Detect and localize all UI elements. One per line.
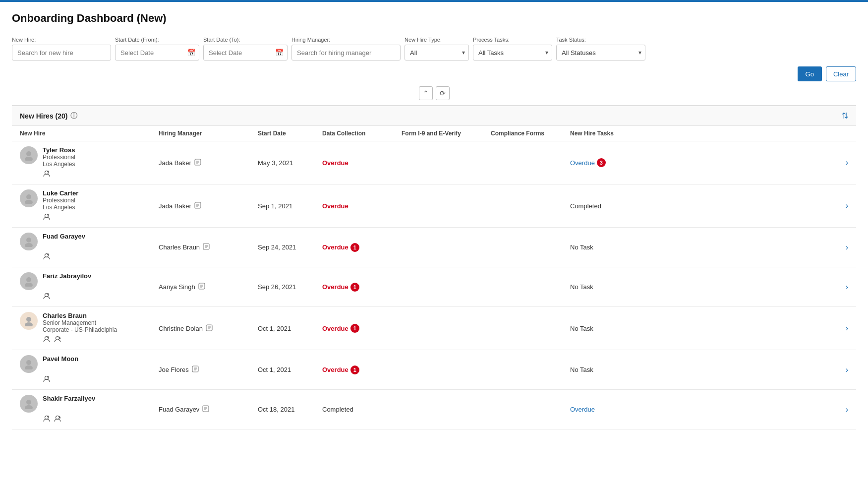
svg-point-9 (26, 194, 31, 199)
data-collection-cell: Overdue1 (322, 365, 402, 374)
employee-info: Pavel Moon (43, 355, 78, 363)
manager-icon[interactable] (194, 202, 201, 210)
col-tasks: New Hire Tasks (570, 130, 834, 137)
col-new-hire: New Hire (20, 130, 159, 137)
table-row: Pavel MoonJoe FloresOct 1, 2021Overdue1N… (12, 350, 856, 390)
employee-icons (20, 415, 159, 424)
manager-icon[interactable] (194, 159, 201, 167)
manager-name: Charles Braun (159, 243, 200, 251)
svg-point-0 (26, 151, 31, 156)
tasks-no-task: No Task (570, 366, 593, 373)
chevron-cell[interactable]: › (834, 243, 848, 252)
manager-cell: Fuad Garayev (159, 405, 258, 414)
hire-icon[interactable] (43, 335, 51, 345)
start-date-cell: May 3, 2021 (258, 159, 322, 167)
chevron-right-icon[interactable]: › (846, 243, 848, 252)
chevron-cell[interactable]: › (834, 324, 848, 333)
process-tasks-select[interactable]: All Tasks Incomplete Complete (473, 45, 552, 61)
hire-icon[interactable] (43, 252, 51, 262)
manager-icon[interactable] (206, 324, 213, 333)
overdue-badge: 1 (350, 283, 359, 292)
tasks-cell: Overdue (570, 406, 834, 413)
rehire-icon[interactable] (54, 335, 61, 345)
chevron-right-icon[interactable]: › (846, 158, 848, 167)
start-date-cell: Oct 1, 2021 (258, 366, 322, 373)
manager-icon[interactable] (198, 283, 205, 291)
employee-icons (20, 252, 159, 262)
employee-cell: Charles BraunSenior ManagementCorporate … (20, 312, 159, 345)
info-icon[interactable]: ⓘ (70, 112, 77, 121)
chevron-right-icon[interactable]: › (846, 283, 848, 292)
process-tasks-select-wrap: All Tasks Incomplete Complete (473, 45, 552, 61)
refresh-icon-button[interactable]: ⟳ (436, 86, 450, 100)
task-status-select[interactable]: All Statuses Overdue Completed Not Start… (556, 45, 645, 61)
manager-icon[interactable] (203, 243, 210, 251)
hire-icon[interactable] (43, 415, 51, 424)
col-chevron (834, 130, 848, 137)
employee-name: Shakir Farzaliyev (43, 395, 95, 402)
hiring-manager-input[interactable] (291, 45, 401, 61)
refresh-icon: ⟳ (440, 89, 446, 97)
chevron-right-icon[interactable]: › (846, 324, 848, 333)
new-hire-type-select[interactable]: All New Hire Rehire (405, 45, 469, 61)
manager-icon[interactable] (202, 405, 209, 414)
employee-icons (20, 375, 159, 384)
chevron-cell[interactable]: › (834, 158, 848, 167)
manager-cell: Joe Flores (159, 365, 258, 374)
data-collection-cell: Overdue (322, 159, 402, 167)
tasks-completed: Completed (570, 202, 601, 210)
start-date-to-wrap: 📅 (203, 45, 288, 61)
col-hiring-manager: Hiring Manager (159, 130, 258, 137)
rehire-icon[interactable] (54, 415, 61, 424)
data-collection-cell: Completed (322, 406, 402, 413)
new-hire-input[interactable] (12, 45, 111, 61)
chevron-cell[interactable]: › (834, 283, 848, 292)
chevron-cell[interactable]: › (834, 201, 848, 210)
employee-top: Pavel Moon (20, 355, 159, 373)
data-collection-cell: Overdue1 (322, 283, 402, 292)
go-button[interactable]: Go (798, 66, 822, 81)
employee-top: Fuad Garayev (20, 233, 159, 250)
table-row: Luke CarterProfessionalLos AngelesJada B… (12, 184, 856, 228)
start-date-cell: Oct 1, 2021 (258, 325, 322, 332)
employee-info: Fariz Jabrayilov (43, 272, 91, 280)
hire-icon[interactable] (43, 170, 51, 179)
chevron-cell[interactable]: › (834, 405, 848, 414)
chevron-right-icon[interactable]: › (846, 201, 848, 210)
tasks-overdue: Overdue3 (570, 158, 606, 167)
avatar (20, 189, 38, 207)
hire-icon[interactable] (43, 213, 51, 222)
sort-icon[interactable]: ⇅ (842, 111, 848, 121)
tasks-cell: Overdue3 (570, 158, 834, 167)
employee-info: Fuad Garayev (43, 233, 85, 240)
hire-icon[interactable] (43, 292, 51, 302)
manager-name: Jada Baker (159, 202, 191, 210)
tasks-no-task: No Task (570, 325, 593, 332)
toolbar-icons: ⌃ ⟳ (12, 86, 856, 100)
col-data-collection: Data Collection (322, 130, 402, 137)
start-date-from-input[interactable] (115, 45, 199, 61)
employee-name: Pavel Moon (43, 355, 78, 363)
manager-icon[interactable] (192, 365, 199, 374)
manager-name: Christine Dolan (159, 325, 203, 332)
new-hire-filter-group: New Hire: (12, 37, 111, 61)
tasks-cell: No Task (570, 366, 834, 373)
chevron-cell[interactable]: › (834, 365, 848, 374)
table-row: Tyler RossProfessionalLos AngelesJada Ba… (12, 141, 856, 184)
start-date-to-input[interactable] (203, 45, 288, 61)
clear-button[interactable]: Clear (826, 66, 856, 81)
employee-top: Shakir Farzaliyev (20, 395, 159, 413)
collapse-icon-button[interactable]: ⌃ (419, 86, 433, 100)
chevron-right-icon[interactable]: › (846, 365, 848, 374)
start-date-from-label: Start Date (From): (115, 37, 199, 43)
manager-name: Fuad Garayev (159, 406, 199, 413)
overdue-badge: 1 (350, 365, 359, 374)
chevron-right-icon[interactable]: › (846, 405, 848, 414)
employee-cell: Tyler RossProfessionalLos Angeles (20, 146, 159, 179)
svg-point-10 (25, 200, 33, 204)
employee-info: Shakir Farzaliyev (43, 395, 95, 402)
svg-point-37 (25, 322, 33, 326)
employee-title: Senior Management (43, 319, 117, 326)
hire-icon[interactable] (43, 375, 51, 384)
table-body: Tyler RossProfessionalLos AngelesJada Ba… (12, 141, 856, 429)
